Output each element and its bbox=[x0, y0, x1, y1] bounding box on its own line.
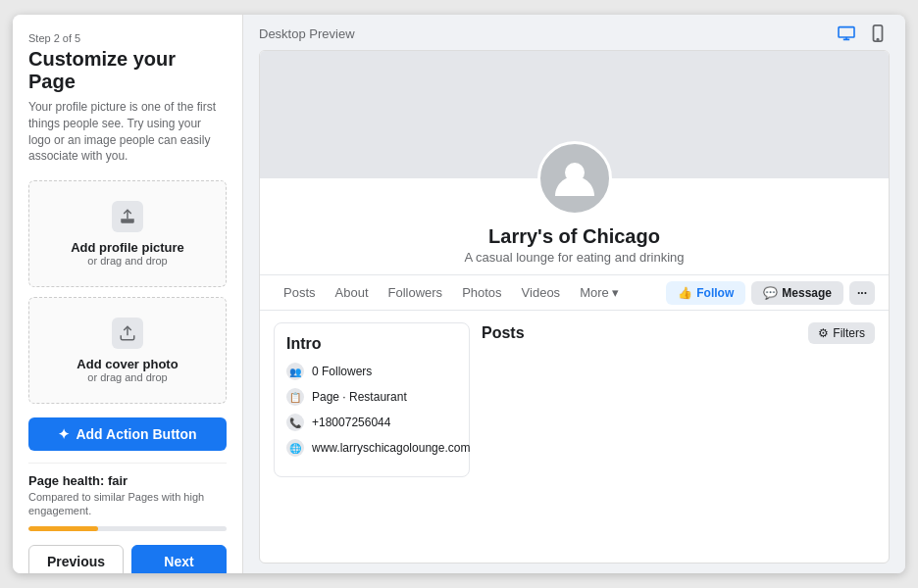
preview-label: Desktop Preview bbox=[259, 26, 355, 41]
posts-title: Posts bbox=[482, 324, 525, 342]
intro-column: Intro 👥 0 Followers 📋 Page · Restaurant … bbox=[274, 322, 470, 477]
tab-posts[interactable]: Posts bbox=[274, 275, 326, 310]
mobile-preview-icon[interactable] bbox=[866, 24, 890, 42]
page-tagline: A casual lounge for eating and drinking bbox=[260, 250, 889, 265]
svg-point-6 bbox=[877, 39, 878, 40]
message-icon: 💬 bbox=[763, 286, 778, 300]
follow-button[interactable]: 👍 Follow bbox=[666, 281, 745, 305]
health-bar-fill bbox=[28, 526, 98, 531]
left-panel: Step 2 of 5 Customize your Page Your pro… bbox=[13, 15, 243, 573]
cover-area bbox=[260, 51, 889, 178]
preview-header: Desktop Preview bbox=[259, 24, 890, 42]
upload-profile-sub: or drag and drop bbox=[87, 255, 167, 267]
upload-profile-label: Add profile picture bbox=[71, 240, 184, 255]
page-title: Customize your Page bbox=[28, 48, 227, 93]
nav-buttons: Previous Next bbox=[28, 545, 227, 573]
page-description: Your profile picture is one of the first… bbox=[28, 99, 227, 165]
page-type-icon: 📋 bbox=[286, 388, 304, 406]
profile-picture bbox=[537, 141, 612, 216]
health-title: Page health: fair bbox=[28, 473, 227, 488]
tab-photos[interactable]: Photos bbox=[452, 275, 511, 310]
page-nav: Posts About Followers Photos Videos More… bbox=[260, 275, 889, 311]
svg-rect-2 bbox=[839, 27, 854, 37]
profile-pic-wrapper bbox=[537, 141, 612, 216]
nav-actions: 👍 Follow 💬 Message ··· bbox=[666, 281, 875, 305]
preview-icons bbox=[835, 24, 890, 42]
intro-title: Intro bbox=[286, 335, 457, 353]
posts-header: Posts ⚙ Filters bbox=[482, 322, 875, 344]
right-panel: Desktop Preview Larr bbox=[243, 15, 905, 573]
upload-cover-sub: or drag and drop bbox=[87, 371, 167, 383]
upload-cover-label: Add cover photo bbox=[76, 357, 178, 371]
tab-more[interactable]: More ▾ bbox=[570, 275, 629, 310]
intro-box: Intro 👥 0 Followers 📋 Page · Restaurant … bbox=[274, 322, 470, 477]
tab-about[interactable]: About bbox=[326, 275, 379, 310]
main-container: Step 2 of 5 Customize your Page Your pro… bbox=[13, 15, 905, 573]
posts-column: Posts ⚙ Filters bbox=[482, 322, 875, 477]
next-button[interactable]: Next bbox=[131, 545, 227, 573]
filters-icon: ⚙ bbox=[818, 326, 829, 340]
page-content: Intro 👥 0 Followers 📋 Page · Restaurant … bbox=[260, 311, 889, 489]
add-action-button[interactable]: ✦ Add Action Button bbox=[28, 417, 227, 451]
intro-website: 🌐 www.larryschicagolounge.com bbox=[286, 439, 457, 457]
page-name: Larry's of Chicago bbox=[260, 225, 889, 248]
filters-button[interactable]: ⚙ Filters bbox=[808, 322, 875, 344]
tab-followers[interactable]: Followers bbox=[379, 275, 453, 310]
intro-page-type: 📋 Page · Restaurant bbox=[286, 388, 457, 406]
upload-profile-icon bbox=[112, 201, 143, 232]
message-button[interactable]: 💬 Message bbox=[751, 281, 843, 305]
upload-profile-box[interactable]: Add profile picture or drag and drop bbox=[28, 180, 227, 287]
phone-icon: 📞 bbox=[286, 414, 304, 431]
intro-followers: 👥 0 Followers bbox=[286, 363, 457, 380]
health-bar-bg bbox=[28, 526, 227, 531]
desktop-preview-icon[interactable] bbox=[835, 24, 858, 42]
page-health-section: Page health: fair Compared to similar Pa… bbox=[28, 463, 227, 531]
preview-frame: Larry's of Chicago A casual lounge for e… bbox=[259, 50, 890, 564]
add-action-icon: ✦ bbox=[58, 426, 70, 442]
follow-icon: 👍 bbox=[678, 286, 692, 300]
step-label: Step 2 of 5 bbox=[28, 32, 227, 44]
website-icon: 🌐 bbox=[286, 439, 304, 457]
health-subtitle: Compared to similar Pages with high enga… bbox=[28, 490, 227, 518]
more-actions-button[interactable]: ··· bbox=[849, 281, 875, 305]
followers-icon: 👥 bbox=[286, 363, 304, 380]
previous-button[interactable]: Previous bbox=[28, 545, 124, 573]
upload-cover-icon bbox=[112, 318, 143, 349]
intro-phone: 📞 +18007256044 bbox=[286, 414, 457, 431]
tab-videos[interactable]: Videos bbox=[512, 275, 571, 310]
upload-cover-box[interactable]: Add cover photo or drag and drop bbox=[28, 297, 227, 404]
